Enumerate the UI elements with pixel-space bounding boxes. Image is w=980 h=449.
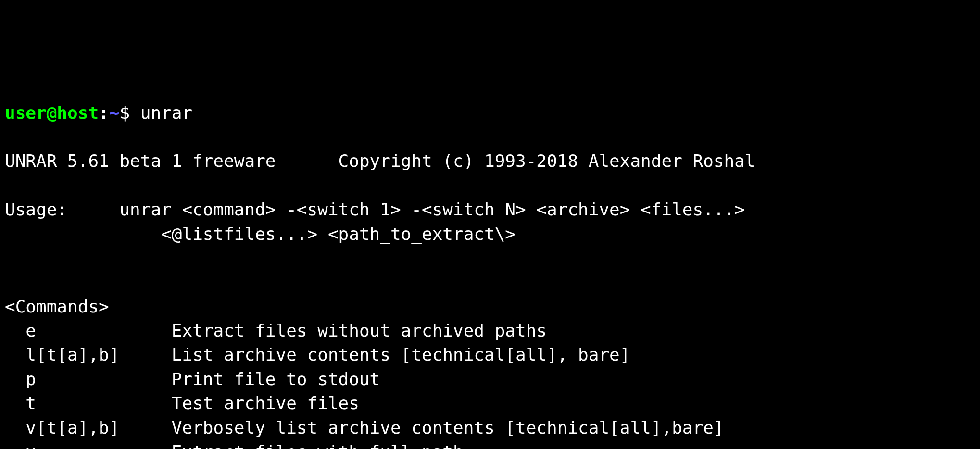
command-text: unrar bbox=[140, 103, 192, 123]
prompt-colon: : bbox=[99, 103, 109, 123]
terminal[interactable]: user@host:~$ unrar UNRAR 5.61 beta 1 fre… bbox=[5, 101, 975, 449]
output-cmd-v: v[t[a],b] Verbosely list archive content… bbox=[5, 418, 724, 437]
output-commands-header: <Commands> bbox=[5, 297, 109, 316]
output-usage-line2: <@listfiles...> <path_to_extract\> bbox=[5, 224, 515, 244]
prompt-user: user@host bbox=[5, 103, 99, 123]
output-cmd-e: e Extract files without archived paths bbox=[5, 321, 547, 340]
output-usage-line1: Usage: unrar <command> -<switch 1> -<swi… bbox=[5, 200, 745, 219]
output-cmd-t: t Test archive files bbox=[5, 393, 359, 413]
output-cmd-x: x Extract files with full path bbox=[5, 442, 464, 449]
output-header: UNRAR 5.61 beta 1 freeware Copyright (c)… bbox=[5, 151, 755, 171]
output-cmd-l: l[t[a],b] List archive contents [technic… bbox=[5, 345, 630, 364]
prompt-line: user@host:~$ unrar bbox=[5, 103, 192, 123]
prompt-path: ~ bbox=[109, 103, 120, 123]
output-cmd-p: p Print file to stdout bbox=[5, 369, 380, 389]
prompt-dollar: $ bbox=[119, 103, 130, 123]
